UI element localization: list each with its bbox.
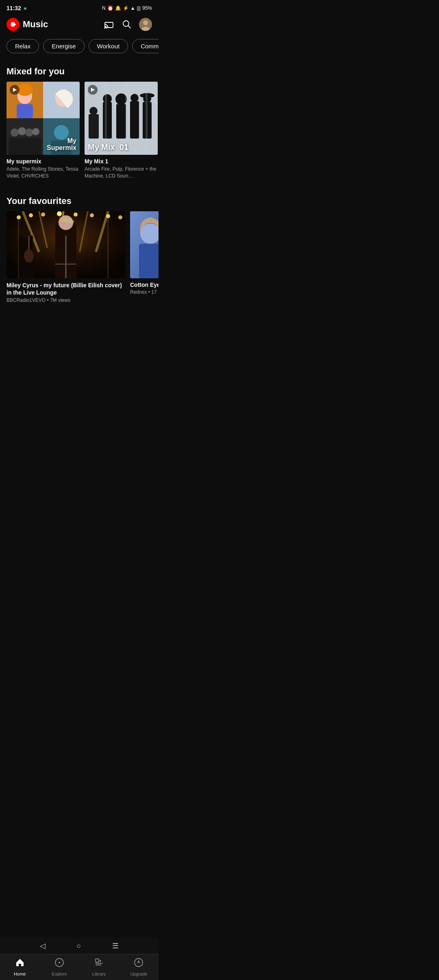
concert-svg xyxy=(7,211,125,278)
svg-rect-75 xyxy=(139,244,159,278)
svg-point-35 xyxy=(130,94,139,102)
svg-rect-30 xyxy=(103,102,112,139)
mute-icon: 🔔 xyxy=(115,5,121,11)
mood-chip-commute[interactable]: Commute xyxy=(132,39,159,53)
mixed-for-you-heading: Mixed for you xyxy=(0,60,159,82)
svg-rect-32 xyxy=(116,104,126,139)
wifi-icon: ▲ xyxy=(130,5,135,11)
status-bar: 11:32 ● N ⏰ 🔔 ⚡ ▲ ||| 95% xyxy=(0,0,159,15)
whatsapp-icon: ● xyxy=(24,5,27,11)
your-favourites-heading: Your favourites xyxy=(0,189,159,211)
supermix-title: My supermix xyxy=(7,158,80,165)
svg-point-55 xyxy=(29,213,33,217)
svg-point-33 xyxy=(115,93,127,105)
svg-line-6 xyxy=(128,26,131,28)
cast-icon xyxy=(104,20,114,29)
favourites-scroll: Miley Cyrus - my future (Billie Eilish c… xyxy=(0,211,159,313)
cotton-eye-svg xyxy=(130,211,159,278)
battery-level: 95% xyxy=(142,5,152,11)
search-button[interactable] xyxy=(121,19,133,30)
miley-cyrus-card[interactable]: Miley Cyrus - my future (Billie Eilish c… xyxy=(7,211,125,303)
status-time: 11:32 xyxy=(7,5,21,11)
miley-concert-image xyxy=(7,211,125,278)
mymix1-subtitle: Arcade Fire, Pulp, Florence + the Machin… xyxy=(85,166,158,180)
svg-marker-43 xyxy=(91,88,95,92)
supermix-image: MySupermix xyxy=(7,82,80,155)
main-content: Mixed for you xyxy=(0,60,159,358)
search-icon xyxy=(122,20,132,29)
bluetooth-icon: ⚡ xyxy=(123,5,129,11)
miley-title: Miley Cyrus - my future (Billie Eilish c… xyxy=(7,282,125,296)
mymix1-image: My Mix 01 xyxy=(85,82,158,155)
svg-point-4 xyxy=(104,28,106,29)
svg-point-29 xyxy=(89,107,98,115)
app-name: Music xyxy=(23,19,48,30)
mood-chip-workout[interactable]: Workout xyxy=(89,39,128,53)
mood-chip-energise[interactable]: Energise xyxy=(43,39,84,53)
mood-chip-relax[interactable]: Relax xyxy=(7,39,39,53)
profile-avatar[interactable] xyxy=(139,18,152,31)
svg-point-71 xyxy=(24,249,34,262)
header: Music xyxy=(0,15,159,36)
cotton-eye-image xyxy=(130,211,159,278)
cast-button[interactable] xyxy=(103,19,115,30)
svg-point-18 xyxy=(18,127,26,135)
svg-rect-21 xyxy=(9,138,41,155)
svg-rect-39 xyxy=(85,82,88,155)
svg-point-17 xyxy=(11,128,19,137)
svg-point-8 xyxy=(143,20,148,25)
svg-rect-42 xyxy=(146,82,148,155)
supermix-label: MySupermix xyxy=(47,137,76,152)
woman-profile xyxy=(43,82,80,118)
cotton-eye-meta: Rednex • 17 xyxy=(130,289,159,295)
header-icons xyxy=(103,18,152,31)
band-photo xyxy=(7,118,43,155)
svg-point-59 xyxy=(90,213,94,217)
avatar-image xyxy=(139,18,152,31)
signal-icon: ||| xyxy=(137,5,141,11)
svg-point-58 xyxy=(74,212,78,217)
supermix-play-icon xyxy=(10,85,20,95)
svg-rect-34 xyxy=(130,101,139,139)
cotton-eye-card[interactable]: Cotton Eye J Rednex • 17 xyxy=(130,211,159,303)
svg-point-20 xyxy=(32,128,39,135)
cotton-eye-title: Cotton Eye J xyxy=(130,282,159,288)
mixed-for-you-scroll: MySupermix My supermix Adele, The Rollin… xyxy=(0,82,159,189)
logo-area: Music xyxy=(7,18,48,31)
mood-chips: Relax Energise Workout Commute xyxy=(0,36,159,60)
svg-point-61 xyxy=(118,215,122,219)
svg-rect-64 xyxy=(107,216,109,278)
mymix1-card[interactable]: My Mix 01 My Mix 1 Arcade Fire, Pulp, Fl… xyxy=(85,82,158,180)
svg-point-19 xyxy=(25,128,33,137)
youtube-music-logo xyxy=(7,18,20,31)
nfc-icon: N xyxy=(102,5,106,11)
svg-point-31 xyxy=(103,94,112,103)
svg-rect-28 xyxy=(89,114,99,139)
supermix-subtitle: Adele, The Rolling Stones, Tessa Violet,… xyxy=(7,166,80,180)
miley-meta: BBCRadio1VEVO • 7M views xyxy=(7,297,125,303)
mymix1-title: My Mix 1 xyxy=(85,158,158,165)
svg-rect-13 xyxy=(17,104,33,118)
status-icons: N ⏰ 🔔 ⚡ ▲ ||| 95% xyxy=(102,5,152,11)
alarm-icon: ⏰ xyxy=(107,5,113,11)
mymix1-play-icon xyxy=(88,85,98,95)
svg-marker-25 xyxy=(13,88,17,92)
svg-point-56 xyxy=(41,212,45,217)
mymix1-label: My Mix 01 xyxy=(88,143,128,152)
supermix-card[interactable]: MySupermix My supermix Adele, The Rollin… xyxy=(7,82,80,180)
